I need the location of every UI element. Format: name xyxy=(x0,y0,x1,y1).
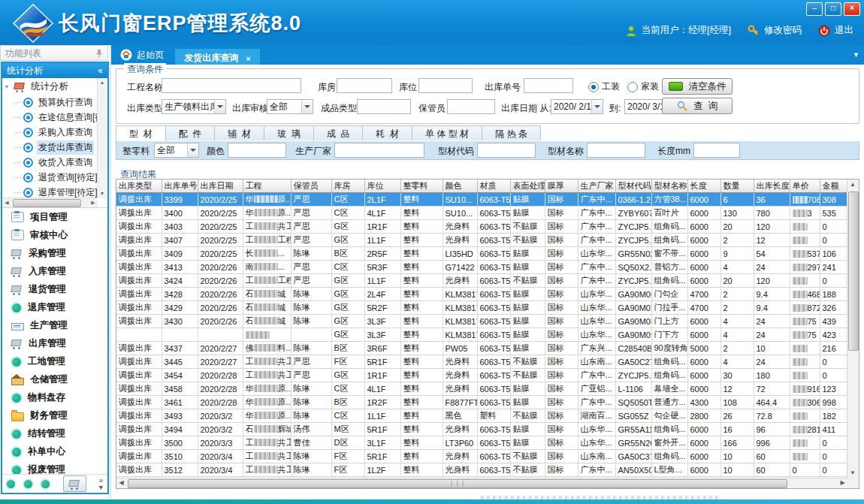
table-row[interactable]: 调拨出库34932020/3/2华原...陈琳C区1L1F整料黑色塑料不贴膜国标… xyxy=(116,409,847,423)
table-row[interactable]: 调拨出库34942020/3/2石辉城汤伟M区5R1F整料光身料6063-T5贴… xyxy=(116,423,847,436)
module-dot-icon[interactable] xyxy=(24,480,32,488)
table-row[interactable]: 调拨出库34282020/2/26石城陈琳G区2L4F整料KLM38176063… xyxy=(116,288,847,301)
keeper-input[interactable] xyxy=(447,99,495,114)
scroll-up-icon[interactable]: ▲ xyxy=(98,78,107,87)
tree-expander-icon[interactable]: ▾ xyxy=(5,83,11,90)
scroll-down-icon[interactable]: ▼ xyxy=(847,468,858,478)
tree-item[interactable]: 预算执行查询 xyxy=(2,95,98,110)
tree-item[interactable]: 退库管理[待定] xyxy=(2,185,98,198)
name-input[interactable] xyxy=(587,143,645,158)
scroll-left-icon[interactable]: ◀ xyxy=(116,478,126,487)
scroll-right-icon[interactable]: ▶ xyxy=(89,198,98,207)
table-row[interactable]: 调拨出库35102020/3/4工共工程陈琳F区5R1F整料光身料6063-T5… xyxy=(116,450,847,463)
column-header[interactable]: 出库长度 xyxy=(754,180,790,193)
table-horizontal-scrollbar[interactable]: ◀ ❘❘❘ ▶ xyxy=(116,478,847,488)
scroll-down-icon[interactable]: ▼ xyxy=(98,189,107,198)
location-input[interactable] xyxy=(418,78,473,93)
tree-root[interactable]: ▾ 统计分析 xyxy=(2,78,98,95)
table-row[interactable]: 调拨出库34612020/2/28华原...陈琳B区1R2F整料F8877FT6… xyxy=(116,396,847,409)
audit-select[interactable]: 全部 xyxy=(267,99,313,114)
color-input[interactable] xyxy=(228,143,286,158)
table-row[interactable]: 调拨出库34302020/2/26石城陈琳G区3L3F整料KLM38176063… xyxy=(116,315,847,328)
table-row[interactable]: 调拨出库34372020/2/27佛料...陈琳B区3R6F整料PW056063… xyxy=(116,342,847,355)
module-dot-icon[interactable] xyxy=(41,480,50,488)
table-row[interactable]: 调拨出库34002020/2/25华原...严思C区4L1F整料SU10...6… xyxy=(116,207,847,220)
maximize-button[interactable]: □ xyxy=(825,2,841,16)
tab-close-icon[interactable]: × xyxy=(246,54,250,63)
table-row[interactable]: 调拨出库34092020/2/25长...陈琳B区2R5F整料LI35HD606… xyxy=(116,247,847,261)
tree-vertical-scrollbar[interactable]: ▲ ▼ xyxy=(97,78,107,198)
column-header[interactable]: 库房 xyxy=(331,180,364,193)
table-row[interactable]: 调拨出库34542020/2/28工共工程严思G区1R1F整料光身料6063-T… xyxy=(116,369,847,382)
material-tab[interactable]: 辅 材 xyxy=(215,125,264,140)
warehouse-input[interactable] xyxy=(337,78,392,93)
product-type-input[interactable] xyxy=(357,99,411,114)
table-row[interactable]: 调拨出库34582020/2/28华原...陈琳C区4L1F整料光身料6063-… xyxy=(116,382,847,396)
scroll-thumb[interactable] xyxy=(13,199,81,207)
column-header[interactable]: 膜厚 xyxy=(545,180,578,193)
tree-horizontal-scrollbar[interactable]: ◀ ▶ xyxy=(2,198,98,207)
logout[interactable]: 退出 xyxy=(818,24,853,37)
table-row[interactable]: 调拨出库34132020/2/26南...严思C区5R3F整料G71422606… xyxy=(116,261,847,274)
date-from-picker[interactable]: 2020/ 2/16 xyxy=(551,99,603,114)
collapse-icon[interactable]: « xyxy=(98,63,103,78)
column-header[interactable]: 出库类型 xyxy=(116,180,162,193)
material-tab[interactable]: 耗 材 xyxy=(363,125,412,140)
table-vertical-scrollbar[interactable]: ▲ ▼ xyxy=(847,180,859,478)
column-header[interactable]: 生产厂家 xyxy=(578,180,615,193)
stats-group-header[interactable]: 统计分析 « xyxy=(2,63,107,78)
column-header[interactable]: 保管员 xyxy=(291,180,331,193)
table-row[interactable]: 调拨出库34072020/2/25工工程严思G区1L1F整料光身料6063-T5… xyxy=(116,234,847,247)
scroll-right-icon[interactable]: ▶ xyxy=(838,478,847,487)
scroll-thumb[interactable] xyxy=(848,192,859,351)
radio-jiazhuang[interactable]: 家装 xyxy=(627,80,659,93)
change-password[interactable]: 修改密码 xyxy=(748,24,802,37)
column-header[interactable]: 颜色 xyxy=(443,180,477,193)
tree-item[interactable]: 退货查询[待定] xyxy=(2,170,98,185)
close-button[interactable]: × xyxy=(844,2,860,16)
column-header[interactable]: 出库日期 xyxy=(198,180,243,193)
scroll-up-icon[interactable]: ▲ xyxy=(847,180,858,190)
scroll-left-icon[interactable]: ◀ xyxy=(2,198,11,207)
table-row[interactable]: 调拨出库34242020/2/26工工程严思G区1L1F整料光身料6063-T5… xyxy=(116,274,847,288)
sidebar-item[interactable]: 财务管理 xyxy=(2,406,107,424)
table-row[interactable]: 调拨出库35122020/3/4工共工程陈琳F区1L2F整料光身料6063-T5… xyxy=(116,463,847,477)
sidebar-item[interactable]: 结转管理 xyxy=(2,424,107,442)
column-header[interactable]: 工程 xyxy=(243,180,291,193)
tab-overflow-icon[interactable]: ▼ xyxy=(853,51,859,59)
whole-select[interactable]: 全部 xyxy=(154,143,199,158)
scroll-thumb[interactable]: ❘❘❘ xyxy=(128,479,787,488)
module-dot-icon[interactable] xyxy=(7,480,15,488)
column-header[interactable]: 材质 xyxy=(477,180,510,193)
sidebar-item[interactable]: 工地管理 xyxy=(2,352,107,370)
search-button[interactable]: 查 询 xyxy=(662,98,733,114)
minimize-button[interactable]: – xyxy=(806,2,823,16)
length-input[interactable] xyxy=(693,143,740,158)
material-tab[interactable]: 隔 热 条 xyxy=(482,125,541,140)
table-row[interactable]: G区3L3F整料KLM38176063-T5贴膜国标山东华...GA90M09.… xyxy=(116,328,847,342)
sidebar-item[interactable]: 物料盘存 xyxy=(2,388,107,406)
column-header[interactable]: 型材名称 xyxy=(651,180,687,193)
sidebar-item[interactable]: 仓储管理 xyxy=(2,370,107,388)
column-header[interactable]: 单价 xyxy=(790,180,820,193)
column-header[interactable]: 数量 xyxy=(721,180,754,193)
material-tab[interactable]: 成 品 xyxy=(314,125,364,140)
manufacturer-input[interactable] xyxy=(334,143,424,158)
column-header[interactable]: 出库单号 xyxy=(162,180,198,193)
tab-home[interactable]: 起始页 xyxy=(111,45,173,65)
column-header[interactable]: 型材代码 xyxy=(615,180,651,193)
sidebar-item[interactable]: 退库管理 xyxy=(2,298,107,316)
material-tab[interactable]: 配 件 xyxy=(166,125,216,140)
tree-item[interactable]: 发货出库查询 xyxy=(2,140,98,155)
radio-gongzhuang[interactable]: 工装 xyxy=(588,80,620,93)
sidebar-item[interactable]: 审核中心 xyxy=(2,226,107,244)
table-row[interactable]: 调拨出库34292020/2/26石城陈琳G区5R2F整料KLM38176063… xyxy=(116,301,847,315)
column-header[interactable]: 库位 xyxy=(364,180,400,193)
column-header[interactable]: 表面处理 xyxy=(510,180,545,193)
out-type-select[interactable]: 生产领料出库 xyxy=(162,99,226,114)
code-input[interactable] xyxy=(477,143,536,158)
material-tab[interactable]: 单 体 型 材 xyxy=(412,125,482,140)
table-row[interactable]: 调拨出库34032020/2/25工共工程严思G区1R1F整料光身料6063-T… xyxy=(116,220,847,234)
overflow-chevron[interactable]: »▾ xyxy=(98,477,103,490)
material-tab[interactable]: 型 材 xyxy=(116,125,166,141)
